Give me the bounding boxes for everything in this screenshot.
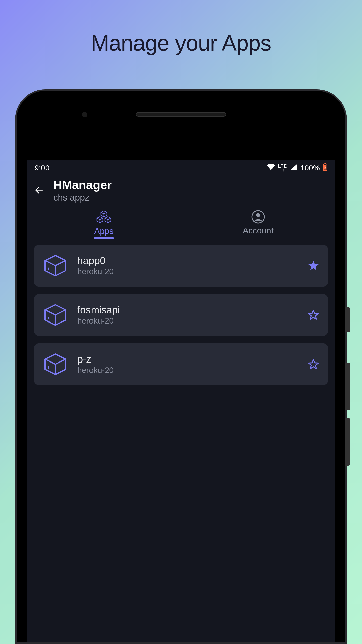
app-card-texts: happ0 heroku-20 xyxy=(77,255,298,276)
tab-bar: Apps Account xyxy=(27,208,335,239)
phone-side-button xyxy=(345,418,350,466)
app-subtitle: chs appz xyxy=(53,192,328,203)
app-name: fosmisapi xyxy=(77,304,298,316)
lte-arrows: ↓↑ xyxy=(280,168,285,172)
tab-indicator xyxy=(94,237,114,239)
app-stack: heroku-20 xyxy=(77,316,298,326)
svg-point-4 xyxy=(256,213,260,217)
tab-account-label: Account xyxy=(243,226,274,235)
star-button[interactable] xyxy=(308,309,319,321)
promo-background: Manage your Apps 9:00 LTE ↓↑ xyxy=(0,0,362,644)
tab-apps[interactable]: Apps xyxy=(27,208,181,239)
phone-side-button xyxy=(345,363,350,410)
app-title: HManager xyxy=(53,178,328,192)
phone-frame: 9:00 LTE ↓↑ 100% xyxy=(15,89,347,644)
app-card[interactable]: fosmisapi heroku-20 xyxy=(34,294,328,336)
wifi-icon xyxy=(267,164,275,172)
back-button[interactable] xyxy=(34,178,44,196)
phone-speaker xyxy=(136,112,226,117)
app-list: happ0 heroku-20 xyxy=(27,239,335,390)
lte-label: LTE xyxy=(278,164,287,168)
app-header: HManager chs appz xyxy=(27,176,335,203)
phone-camera-dot xyxy=(82,112,87,117)
phone-side-button xyxy=(345,307,350,332)
app-name: p-z xyxy=(77,354,298,365)
app-stack: heroku-20 xyxy=(77,267,298,276)
app-card[interactable]: happ0 heroku-20 xyxy=(34,245,328,287)
cube-icon xyxy=(43,302,68,328)
cube-icon xyxy=(43,253,68,278)
app-card[interactable]: p-z heroku-20 xyxy=(34,343,328,385)
app-card-texts: fosmisapi heroku-20 xyxy=(77,304,298,326)
tab-apps-label: Apps xyxy=(94,226,114,236)
lte-indicator: LTE ↓↑ xyxy=(278,164,287,172)
packages-icon xyxy=(95,210,112,224)
app-card-texts: p-z heroku-20 xyxy=(77,354,298,375)
star-button[interactable] xyxy=(308,358,319,370)
promo-headline: Manage your Apps xyxy=(0,0,362,56)
status-bar: 9:00 LTE ↓↑ 100% xyxy=(27,160,335,176)
signal-icon xyxy=(290,164,297,172)
app-name: happ0 xyxy=(77,255,298,266)
app-stack: heroku-20 xyxy=(77,366,298,375)
app-screen: 9:00 LTE ↓↑ 100% xyxy=(27,160,335,642)
star-button[interactable] xyxy=(308,260,319,271)
tab-account[interactable]: Account xyxy=(181,208,335,239)
header-titles: HManager chs appz xyxy=(53,178,328,203)
battery-icon xyxy=(323,163,327,173)
status-right: LTE ↓↑ 100% xyxy=(267,163,327,173)
status-time: 9:00 xyxy=(35,164,49,172)
cube-icon xyxy=(43,352,68,377)
account-icon xyxy=(251,210,265,224)
battery-pct: 100% xyxy=(300,164,320,172)
